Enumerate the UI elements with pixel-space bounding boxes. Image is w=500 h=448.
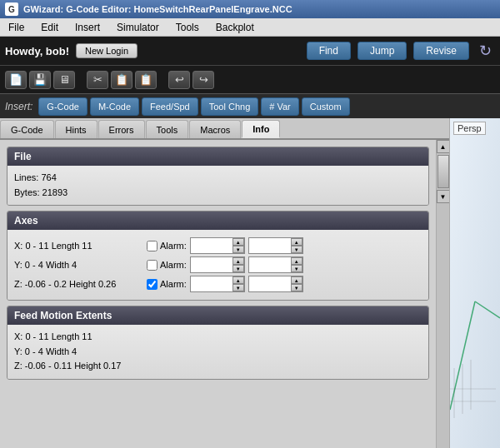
axis-x-val2-input[interactable]: 100,000 ▲ ▼ [248,237,303,254]
axis-y-alarm: Alarm: [147,260,187,271]
svg-line-1 [475,301,500,318]
axis-z-val2-field[interactable]: 100,000 [249,276,291,291]
persp-label: Persp [453,122,486,135]
scrollbar-thumb[interactable] [438,155,449,188]
axis-x-row: X: 0 - 11 Length 11 Alarm: 0 ▲ ▼ [14,237,422,254]
file-section-header: File [8,147,428,166]
axis-x-val1-up[interactable]: ▲ [232,238,244,246]
menu-tools[interactable]: Tools [168,19,208,36]
axis-z-val2-up[interactable]: ▲ [291,276,302,284]
scrollbar-down[interactable]: ▼ [437,190,450,203]
menu-insert[interactable]: Insert [67,19,108,36]
menu-backplot[interactable]: Backplot [208,19,262,36]
axis-y-val1-up[interactable]: ▲ [232,257,244,265]
3d-view-canvas [450,135,500,426]
info-content-area: File Lines: 764 Bytes: 21893 Axes X: 0 -… [0,140,436,448]
axis-z-row: Z: -0.06 - 0.2 Height 0.26 Alarm: 0 ▲ ▼ [14,276,422,292]
axis-x-alarm-checkbox[interactable] [147,241,158,251]
menu-edit[interactable]: Edit [32,19,67,36]
axis-y-val2-down[interactable]: ▼ [291,265,302,272]
axis-z-val1-down[interactable]: ▼ [232,284,244,291]
insert-custom-button[interactable]: Custom [302,97,350,116]
axis-y-val1-spinner[interactable]: ▲ ▼ [232,257,244,272]
tab-gcode[interactable]: G-Code [0,120,54,138]
insert-mcode-button[interactable]: M-Code [90,97,139,116]
save-icon[interactable]: 💾 [29,71,51,89]
feed-row-y: Y: 0 - 4 Width 4 [14,345,422,360]
axis-x-alarm-label: Alarm: [160,241,187,251]
axis-x-val2-field[interactable]: 100,000 [249,238,291,253]
new-login-button[interactable]: New Login [76,43,138,58]
menu-simulator[interactable]: Simulator [108,19,168,36]
axis-y-val2-up[interactable]: ▲ [291,257,302,265]
axis-x-val2-up[interactable]: ▲ [291,238,302,246]
scrollbar: ▲ ▼ [436,140,449,448]
axis-z-val1-up[interactable]: ▲ [232,276,244,284]
axis-x-val1-field[interactable]: 0 [191,238,232,253]
axis-x-val1-input[interactable]: 0 ▲ ▼ [190,237,245,254]
tab-info[interactable]: Info [242,120,280,138]
insert-toolchng-button[interactable]: Tool Chng [201,97,259,116]
insert-label: Insert: [5,101,32,112]
open-icon[interactable]: 🖥 [53,71,75,89]
axis-x-alarm: Alarm: [147,241,187,251]
feed-section-header: Feed Motion Extents [8,306,428,325]
find-button[interactable]: Find [307,42,351,60]
axis-y-val2-input[interactable]: 100,000 ▲ ▼ [248,256,303,273]
axis-z-val1-field[interactable]: 0 [191,276,232,291]
copy-icon[interactable]: 📋 [111,71,132,89]
tab-errors[interactable]: Errors [98,120,145,138]
axis-y-alarm-checkbox[interactable] [147,260,158,271]
axis-x-val2-spinner[interactable]: ▲ ▼ [291,238,302,253]
insert-feedspd-button[interactable]: Feed/Spd [142,97,198,116]
undo-icon[interactable]: ↩ [168,71,190,89]
refresh-button[interactable]: ↻ [476,42,495,60]
insert-gcode-button[interactable]: G-Code [38,97,88,116]
main-content: G-Code Hints Errors Tools Macros Info Fi… [0,118,500,448]
axis-z-label: Z: -0.06 - 0.2 Height 0.26 [14,279,143,289]
redo-icon[interactable]: ↪ [192,71,214,89]
axis-x-val2-down[interactable]: ▼ [291,246,302,253]
right-panel: Persp [450,118,500,448]
axis-z-val1-spinner[interactable]: ▲ ▼ [232,276,244,291]
file-bytes: Bytes: 21893 [14,186,422,201]
new-file-icon[interactable]: 📄 [5,71,27,89]
axis-x-val1-spinner[interactable]: ▲ ▼ [232,238,244,253]
cut-icon[interactable]: ✂ [87,71,108,89]
jump-button[interactable]: Jump [358,42,407,60]
axis-z-val2-down[interactable]: ▼ [291,284,302,291]
axis-y-val1-field[interactable]: 0 [191,257,232,272]
axis-y-alarm-label: Alarm: [160,260,187,270]
left-panel: G-Code Hints Errors Tools Macros Info Fi… [0,118,450,448]
tab-hints[interactable]: Hints [55,120,98,138]
scroll-area: File Lines: 764 Bytes: 21893 Axes X: 0 -… [0,140,449,448]
tab-macros[interactable]: Macros [189,120,241,138]
feed-row-x: X: 0 - 11 Length 11 [14,330,422,345]
title-bar: G GWizard: G-Code Editor: HomeSwitchRear… [0,0,500,18]
revise-button[interactable]: Revise [413,42,469,60]
axes-section: Axes X: 0 - 11 Length 11 Alarm: 0 [7,211,429,301]
axes-section-header: Axes [8,212,428,230]
axis-z-alarm-checkbox[interactable] [147,279,158,290]
paste-icon[interactable]: 📋 [135,71,157,89]
axis-y-row: Y: 0 - 4 Width 4 Alarm: 0 ▲ ▼ [14,256,422,273]
insert-toolbar: Insert: G-Code M-Code Feed/Spd Tool Chng… [0,93,500,118]
tab-tools[interactable]: Tools [146,120,189,138]
axis-x-label: X: 0 - 11 Length 11 [14,241,143,251]
axis-y-val2-spinner[interactable]: ▲ ▼ [291,257,302,272]
file-lines: Lines: 764 [14,171,422,186]
menu-file[interactable]: File [0,19,32,36]
feed-section-body: X: 0 - 11 Length 11 Y: 0 - 4 Width 4 Z: … [8,325,428,379]
axis-z-val2-input[interactable]: 100,000 ▲ ▼ [248,276,303,292]
axis-z-val2-spinner[interactable]: ▲ ▼ [291,276,302,291]
scrollbar-up[interactable]: ▲ [437,140,450,153]
axis-y-val1-input[interactable]: 0 ▲ ▼ [190,256,245,273]
axis-y-val1-down[interactable]: ▼ [232,265,244,272]
toolbar-row1: Howdy, bob! New Login Find Jump Revise ↻ [0,37,500,65]
file-section-body: Lines: 764 Bytes: 21893 [8,166,428,205]
insert-numvar-button[interactable]: # Var [261,97,298,116]
axis-z-val1-input[interactable]: 0 ▲ ▼ [190,276,245,292]
axis-x-val1-down[interactable]: ▼ [232,246,244,253]
axis-y-val2-field[interactable]: 100,000 [249,257,291,272]
file-section: File Lines: 764 Bytes: 21893 [7,147,429,206]
